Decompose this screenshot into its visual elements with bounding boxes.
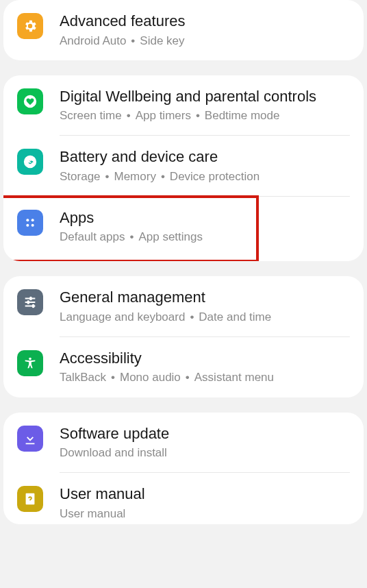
- settings-card: Digital Wellbeing and parental controls …: [3, 75, 364, 262]
- row-subtitle: Storage•Memory•Device protection: [60, 169, 350, 184]
- row-title: General management: [60, 288, 350, 307]
- row-software-update[interactable]: Software update Download and install: [3, 413, 364, 473]
- row-user-manual[interactable]: User manual User manual: [3, 473, 364, 524]
- row-title: Advanced features: [60, 12, 350, 31]
- row-subtitle: Download and install: [60, 445, 350, 461]
- row-advanced-features[interactable]: Advanced features Android Auto•Side key: [3, 0, 364, 60]
- row-digital-wellbeing[interactable]: Digital Wellbeing and parental controls …: [3, 75, 364, 136]
- row-text: Software update Download and install: [60, 424, 350, 461]
- row-battery-device-care[interactable]: Battery and device care Storage•Memory•D…: [3, 136, 364, 196]
- apps-grid-icon: [17, 210, 43, 236]
- download-icon: [17, 426, 43, 452]
- row-subtitle: Default apps•App settings: [60, 230, 244, 245]
- sliders-icon: [17, 289, 43, 315]
- row-title: Accessibility: [60, 349, 350, 368]
- row-title: Apps: [60, 208, 244, 228]
- heart-circle-icon: [17, 88, 43, 114]
- row-title: Battery and device care: [60, 147, 350, 167]
- row-general-management[interactable]: General management Language and keyboard…: [3, 276, 364, 336]
- row-text: Digital Wellbeing and parental controls …: [60, 87, 350, 124]
- row-subtitle: User manual: [60, 506, 350, 522]
- row-accessibility[interactable]: Accessibility TalkBack•Mono audio•Assist…: [3, 337, 364, 397]
- refresh-circle-icon: [17, 149, 43, 175]
- book-help-icon: [17, 486, 43, 512]
- svg-point-3: [31, 223, 34, 226]
- row-text: Advanced features Android Auto•Side key: [60, 12, 350, 49]
- row-text: User manual User manual: [60, 485, 350, 522]
- row-subtitle: Android Auto•Side key: [60, 34, 350, 49]
- row-title: Software update: [60, 424, 350, 443]
- row-text: Battery and device care Storage•Memory•D…: [60, 147, 350, 184]
- settings-card: General management Language and keyboard…: [3, 276, 364, 397]
- svg-point-0: [26, 219, 29, 221]
- row-title: Digital Wellbeing and parental controls: [60, 87, 350, 106]
- svg-point-4: [29, 358, 31, 360]
- row-subtitle: TalkBack•Mono audio•Assistant menu: [60, 370, 350, 385]
- row-text: Apps Default apps•App settings: [60, 208, 244, 245]
- row-text: Accessibility TalkBack•Mono audio•Assist…: [60, 349, 350, 386]
- svg-point-1: [31, 219, 34, 221]
- settings-card: Software update Download and install Use…: [3, 413, 364, 524]
- row-subtitle: Screen time•App timers•Bedtime mode: [60, 108, 350, 123]
- row-apps[interactable]: Apps Default apps•App settings: [3, 197, 257, 262]
- settings-card: Advanced features Android Auto•Side key: [3, 0, 364, 60]
- row-title: User manual: [60, 485, 350, 504]
- accessibility-icon: [17, 350, 43, 376]
- row-text: General management Language and keyboard…: [60, 288, 350, 325]
- cog-icon: [17, 13, 43, 39]
- row-subtitle: Language and keyboard•Date and time: [60, 310, 350, 325]
- svg-point-2: [26, 223, 29, 226]
